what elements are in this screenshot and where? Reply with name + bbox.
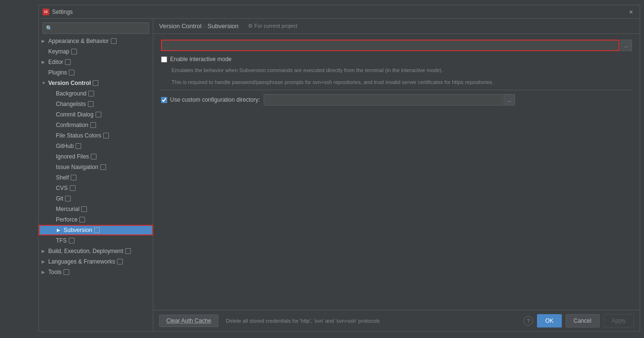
enable-interactive-row: Enable interactive mode [161,56,632,63]
dialog-logo: IJ [43,9,49,15]
arrow-icon [42,259,47,264]
sidebar-item-label: Version Control [48,80,91,86]
settings-icon [103,133,109,138]
sidebar-item-label: File Status Colors [56,132,101,139]
sidebar-item-label: Shelf [56,174,69,181]
arrow-icon [42,270,47,275]
sidebar-item-label: Perforce [56,216,77,223]
sidebar-item-label: Background [56,90,86,97]
close-button[interactable]: × [626,7,636,17]
for-current-project-label: ⚙ For current project [248,23,297,29]
sidebar-item-label: CVS [56,185,68,191]
sidebar-item-ignored-files[interactable]: Ignored Files [39,151,153,162]
settings-icon [93,80,98,86]
config-browse-button[interactable]: ... [504,94,515,106]
sidebar-item-shelf[interactable]: Shelf [39,172,153,183]
search-icon: 🔍 [46,25,53,32]
sidebar-item-label: Editor [48,59,63,65]
sidebar-item-keymap[interactable]: Keymap [39,46,153,57]
settings-icon [96,112,101,117]
search-input[interactable] [54,25,146,32]
sidebar-item-changelists[interactable]: Changelists [39,99,153,109]
sidebar-item-github[interactable]: GitHub [39,141,153,151]
settings-icon [75,143,81,149]
content-body: H:\SW_install\TortoiseSVN\bin\svn.exe ..… [153,34,640,310]
sidebar-item-mercurial[interactable]: Mercurial [39,204,153,214]
settings-icon [88,101,94,107]
sidebar-item-subversion[interactable]: Subversion [39,225,153,235]
settings-icon [65,59,71,65]
sidebar-item-version-control[interactable]: Version Control [39,78,153,88]
interactive-description-2: This is required to handle password/pass… [172,78,632,86]
sidebar-item-label: Keymap [48,48,69,55]
help-button[interactable]: ? [524,316,533,326]
sidebar-item-editor[interactable]: Editor [39,57,153,67]
sidebar-item-confirmation[interactable]: Confirmation [39,120,153,130]
clear-auth-cache-button[interactable]: Clear Auth Cache [159,315,218,327]
dialog-title-bar: IJ Settings × [39,5,640,19]
cancel-button[interactable]: Cancel [566,314,600,327]
sidebar-item-plugins[interactable]: Plugins [39,67,153,78]
settings-icon [111,38,117,44]
dialog-footer: Clear Auth Cache Delete all stored crede… [153,310,640,331]
settings-icon [71,49,77,54]
sidebar-item-label: Changelists [56,101,86,107]
settings-sidebar: 🔍 Appearance & Behavior Keymap Editor [39,19,153,331]
sidebar-item-appearance[interactable]: Appearance & Behavior [39,36,153,46]
search-box[interactable]: 🔍 [43,22,149,34]
sidebar-item-languages-frameworks[interactable]: Languages & Frameworks [39,256,153,267]
sidebar-item-label: GitHub [56,143,74,149]
sidebar-item-build-execution[interactable]: Build, Execution, Deployment [39,246,153,256]
settings-icon [81,206,87,212]
sidebar-item-git[interactable]: Git [39,193,153,204]
enable-interactive-label: Enable interactive mode [170,56,232,63]
settings-icon [65,196,71,201]
apply-button[interactable]: Apply [603,314,634,327]
delete-creds-text: Delete all stored credentials for 'http'… [226,318,380,324]
dialog-title: Settings [52,9,626,15]
breadcrumb-parent: Version Control [159,22,202,30]
svn-path-browse-button[interactable]: ... [621,40,632,51]
sidebar-item-file-status-colors[interactable]: File Status Colors [39,130,153,141]
sidebar-item-cvs[interactable]: CVS [39,183,153,193]
sidebar-item-tools[interactable]: Tools [39,267,153,277]
settings-icon [88,91,94,96]
arrow-icon [42,249,47,254]
sidebar-item-tfs[interactable]: TFS [39,235,153,246]
settings-icon [69,238,75,243]
settings-icon [71,175,76,180]
custom-config-input[interactable]: C:\Users\Administrator\AppData\Roaming\S… [264,94,503,106]
sidebar-item-perforce[interactable]: Perforce [39,214,153,225]
sidebar-item-background[interactable]: Background [39,88,153,99]
enable-interactive-checkbox[interactable] [161,56,167,63]
sidebar-item-label: Tools [48,269,62,275]
dialog-body: 🔍 Appearance & Behavior Keymap Editor [39,19,640,331]
sidebar-item-label: Ignored Files [56,153,89,160]
settings-dialog: IJ Settings × 🔍 Appearance & Behavior Ke… [38,5,640,332]
sidebar-item-label: Plugins [48,69,67,76]
settings-icon [125,248,131,254]
sidebar-item-label: Appearance & Behavior [48,38,109,44]
sidebar-item-issue-navigation[interactable]: Issue Navigation [39,162,153,172]
ok-button[interactable]: OK [537,314,561,327]
settings-icon [79,217,85,222]
arrow-icon [57,228,63,232]
use-custom-config-row: Use custom configuration directory: C:\U… [161,94,632,106]
content-area: Version Control › Subversion ⚙ For curre… [153,19,640,331]
breadcrumb-separator: › [204,22,205,30]
sidebar-item-label: Mercurial [56,206,79,212]
settings-icon [90,122,96,128]
sidebar-item-label: Git [56,195,63,202]
arrow-icon [42,39,47,43]
breadcrumb-current: Subversion [207,22,238,30]
sidebar-item-label: Commit Dialog [56,111,94,118]
settings-icon [117,259,123,264]
section-divider [161,90,632,90]
sidebar-item-commit-dialog[interactable]: Commit Dialog [39,109,153,120]
footer-left: Clear Auth Cache Delete all stored crede… [159,315,520,327]
svn-path-input[interactable]: H:\SW_install\TortoiseSVN\bin\svn.exe [161,40,620,51]
use-custom-config-checkbox[interactable] [161,97,167,103]
settings-icon [69,70,75,75]
arrow-icon [42,81,47,85]
settings-icon [70,185,75,191]
